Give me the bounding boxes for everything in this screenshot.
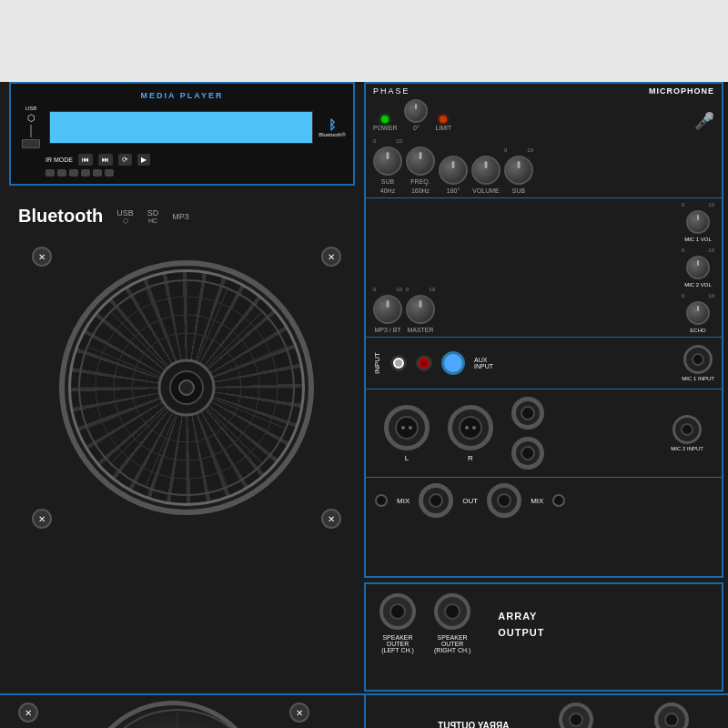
usb-label: USB [25, 106, 36, 111]
reflected-array-label: ARRAY OUTPUT [438, 716, 509, 728]
play-btn[interactable]: ▶ [137, 154, 150, 166]
mic1-input-port[interactable] [683, 345, 713, 374]
mix-out-row: MIX OUT MIX [366, 477, 722, 523]
usb-conn-sub: ⬡ [123, 217, 128, 225]
extra-jacks [511, 397, 544, 470]
main-panel: MEDIA PLAYER USB ⬡ ᛒ Blueto [0, 82, 728, 728]
screw-tr-symbol: ✕ [328, 252, 335, 262]
lower-fan-svg [86, 705, 268, 728]
speaker-outer-left-jack[interactable] [379, 593, 416, 630]
mp3-bt-section: 0 10 MP3 / BT [373, 287, 402, 333]
mix-xlr-left[interactable] [419, 483, 453, 518]
rca-left-jack[interactable] [390, 355, 407, 371]
mic1-input-inner [692, 353, 704, 366]
mic2-input-group: MIC 2 INPUT [671, 415, 703, 451]
xlr-right-pin1 [465, 426, 469, 430]
screw-br-symbol: ✕ [328, 514, 335, 524]
xlr-right-jack[interactable] [448, 405, 493, 450]
dot-4[interactable] [81, 169, 90, 177]
speaker-outer-right-jack[interactable] [434, 593, 470, 630]
mp3-scale-10: 10 [396, 287, 402, 292]
master-label: MASTER [407, 327, 433, 333]
mic2-vol-scale: 0 10 [682, 248, 714, 253]
mic2-input-inner [681, 423, 693, 436]
speaker-outer-left-inner [389, 603, 406, 620]
reflected-jack-left-inner [664, 713, 679, 727]
mix-left-label: MIX [397, 497, 410, 505]
phase-zero-group: 0° [404, 99, 428, 131]
screw-bottom-left: ✕ [32, 509, 52, 529]
lower-screw-left: ✕ [18, 703, 38, 723]
dot-5[interactable] [93, 169, 102, 177]
rca-right-jack[interactable] [416, 355, 432, 371]
dot-1[interactable] [46, 169, 55, 177]
xlr-right-pin2 [472, 426, 476, 430]
repeat-btn[interactable]: ⟳ [118, 154, 132, 166]
echo-group: 0 10 ECHO [682, 293, 714, 333]
mic2-input-port[interactable] [672, 415, 702, 444]
sub-right-scale-10: 10 [527, 147, 533, 153]
reflected-speaker-row: SPEAKER OUTER (LEFT CH.) SPEAKER OUTER (… [366, 695, 723, 728]
freq-section: FREQ. 160Hz [406, 147, 435, 194]
xlr-left-label: L [405, 454, 409, 462]
main-knobs-row: 0 10 SUB 40Hz FREQ. 160Hz 180° [366, 135, 722, 197]
limit-group: LIMIT [435, 116, 451, 131]
reflected-jack-right [559, 703, 593, 728]
sd-conn-sub: HC [148, 217, 157, 224]
mp3-bt-knob[interactable] [373, 295, 402, 324]
echo-scale-0: 0 [682, 293, 684, 298]
power-group: POWER [373, 116, 397, 131]
screw-bl-circle: ✕ [32, 509, 52, 529]
xlr-left-jack[interactable] [384, 405, 430, 450]
phase180-knob[interactable] [439, 156, 468, 185]
fan-circle [59, 260, 314, 515]
next-btn[interactable]: ⏭ [98, 154, 113, 166]
dot-2[interactable] [57, 169, 66, 177]
sub-left-label: SUB [381, 178, 394, 185]
lower-screw-right-circle: ✕ [289, 703, 309, 723]
usb-conn-text: USB [116, 208, 134, 217]
reflected-speaker-right: SPEAKER OUTER (RIGHT CH.) [537, 703, 616, 728]
mic1-vol-knob[interactable] [686, 210, 710, 234]
reflected-speaker-left: SPEAKER OUTER (LEFT CH.) [634, 703, 710, 728]
sub-right-scale: 0 10 [504, 147, 533, 153]
mic1-vol-label: MIC 1 VOL [684, 237, 712, 242]
extra-jack-1[interactable] [511, 397, 544, 430]
speaker-section: SPEAKER OUTER (LEFT CH.) SPEAKER OUTER (… [364, 582, 723, 692]
mic-icon-group: 🎤 [694, 111, 714, 131]
mp3-conn-icon: MP3 [172, 212, 189, 221]
lower-fan-partial [82, 701, 264, 728]
echo-knob[interactable] [686, 301, 710, 325]
svg-point-16 [179, 380, 194, 395]
mic2-vol-knob[interactable] [686, 256, 710, 279]
dot-6[interactable] [105, 169, 114, 177]
extra-jack-2-inner [521, 446, 535, 460]
bluetooth-right-label: Bluetooth® [318, 132, 346, 137]
mic2-input-label: MIC 2 INPUT [671, 446, 703, 451]
usb-icon: USB ⬡ [18, 106, 44, 148]
sub-right-knob[interactable] [504, 156, 533, 185]
volume-knob[interactable] [471, 156, 500, 185]
speaker-outer-right-label: SPEAKER OUTER (RIGHT CH.) [434, 634, 470, 653]
mix-xlr-right[interactable] [487, 483, 521, 518]
screw-tl-symbol: ✕ [38, 252, 46, 262]
master-knob[interactable] [406, 295, 435, 324]
microphone-label: MICROPHONE [649, 86, 714, 96]
mic1-input-label: MIC 1 INPUT [682, 376, 714, 381]
phase-controls-row: POWER 0° LIMIT 🎤 [366, 96, 722, 135]
xlr-right-label: R [468, 454, 473, 462]
fan-area: ✕ ✕ ✕ ✕ [23, 238, 350, 538]
mp3-scale-0: 0 [373, 287, 376, 292]
usb-conn-icon: USB ⬡ [116, 208, 134, 225]
extra-jack-2[interactable] [511, 437, 544, 470]
control-dots [18, 169, 346, 177]
phase-zero-knob[interactable] [404, 99, 428, 123]
dot-3[interactable] [69, 169, 78, 177]
prev-btn[interactable]: ⏮ [78, 154, 93, 166]
sub-left-knob[interactable] [373, 147, 402, 176]
aux-input-jack[interactable] [441, 351, 465, 375]
freq-knob[interactable] [406, 147, 435, 176]
speaker-outer-left-port: SPEAKER OUTER (LEFT CH.) [379, 593, 416, 653]
lower-screw-right-symbol: ✕ [296, 708, 303, 718]
phase-header: PHASE [373, 86, 410, 96]
